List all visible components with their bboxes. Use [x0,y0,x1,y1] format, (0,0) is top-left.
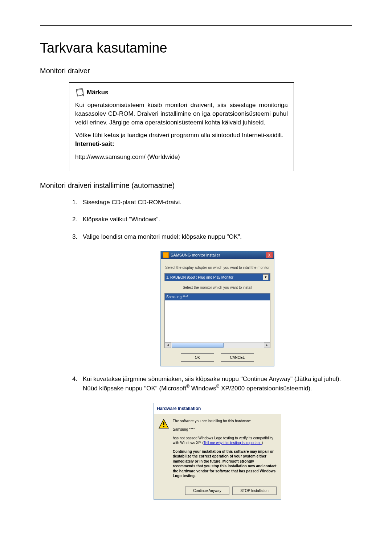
warning-content: The software you are installing for this… [154,414,281,484]
installer-figure: SAMSUNG monitor installer X Select the d… [83,251,352,366]
note-icon [75,88,85,97]
dialog-button-row: OK CANCEL [164,348,270,362]
install-steps: Sisestage CD-plaat CD-ROM-draivi. Klõpsa… [69,198,352,500]
note-heading: Märkus [75,88,288,97]
scroll-thumb[interactable] [172,343,224,348]
cancel-button[interactable]: CANCEL [221,353,254,362]
dialog-body: Select the display adapter on which you … [161,259,274,366]
continue-anyway-button[interactable]: Continue Anyway [185,487,229,495]
monitor-list[interactable]: Samsung **** ◄ ► [164,293,270,348]
warning-text: The software you are installing for this… [173,419,277,482]
monitor-instruction: Select the monitor which you want to ins… [164,285,270,290]
warning-button-row: Continue Anyway STOP Installation [154,484,281,499]
top-rule [40,25,352,26]
stop-installation-button[interactable]: STOP Installation [232,487,277,495]
warn-line-1: The software you are installing for this… [173,419,277,424]
step-4: Kui kuvatakse järgmine sõnumiaken, siis … [79,374,352,500]
step-3-text: Valige loendist oma monitori mudel; klõp… [83,233,242,240]
scroll-track[interactable] [171,342,264,348]
horizontal-scrollbar[interactable]: ◄ ► [165,342,270,348]
section-auto-install: Monitori draiveri installimine (automaat… [40,181,352,190]
note-paragraph-2: Võtke tühi ketas ja laadige draiveri pro… [75,131,288,148]
step-4-part-c: XP/2000 operatsioonisüsteemid). [219,385,312,392]
warn-logo-test: has not passed Windows Logo testing to v… [173,436,277,446]
step-4-text: Kui kuvatakse järgmine sõnumiaken, siis … [83,376,341,392]
adapter-instruction: Select the display adapter on which you … [164,265,270,270]
ok-button[interactable]: OK [181,353,214,362]
dialog-titlebar: SAMSUNG monitor installer X [161,251,274,259]
chevron-down-icon[interactable]: ▼ [263,274,269,280]
document-page: Tarkvara kasutamine Monitori draiver Mär… [0,0,392,554]
registered-mark-1: ® [186,384,189,389]
note-url: http://www.samsung.com/ (Worldwide) [75,153,288,161]
svg-point-2 [163,426,164,427]
scroll-left-arrow[interactable]: ◄ [165,342,171,348]
samsung-installer-dialog: SAMSUNG monitor installer X Select the d… [160,251,274,366]
note-internet-site-label: Interneti-sait: [75,140,114,147]
dialog-title-text: SAMSUNG monitor installer [171,252,220,258]
step-2: Klõpsake valikut "Windows". [79,215,352,224]
adapter-select-value: 1. RADEON 9550 : Plug and Play Monitor [166,275,233,280]
logo-testing-link[interactable]: Tell me why this testing is important. [204,441,262,445]
note-label: Märkus [87,88,109,97]
note-box: Märkus Kui operatsioonisüsteem küsib mon… [69,82,294,171]
note-paragraph-1: Kui operatsioonisüsteem küsib monitori d… [75,101,288,127]
dialog-title: SAMSUNG monitor installer [163,252,220,258]
warn-bold-text: Continuing your installation of this sof… [173,449,277,479]
warning-icon [158,419,169,430]
warning-header: Hardware Installation [154,403,281,414]
note-p2-text: Võtke tühi ketas ja laadige draiveri pro… [75,132,284,139]
close-button[interactable]: X [266,252,273,258]
warn-logo-text-b: ) [262,441,263,445]
step-1: Sisestage CD-plaat CD-ROM-draivi. [79,198,352,207]
page-title: Tarkvara kasutamine [40,40,352,56]
step-4-part-b: Windows [189,385,216,392]
hardware-installation-dialog: Hardware Installation The software you a… [154,403,281,500]
dialog-title-icon [163,252,169,258]
warning-figure: Hardware Installation The software you a… [83,403,352,500]
monitor-list-item[interactable]: Samsung **** [165,294,270,300]
step-3: Valige loendist oma monitori mudel; klõp… [79,232,352,367]
svg-rect-1 [163,422,164,425]
bottom-rule [40,534,352,534]
adapter-select[interactable]: 1. RADEON 9550 : Plug and Play Monitor ▼ [164,273,270,281]
section-monitor-driver: Monitori draiver [40,67,352,75]
scroll-right-arrow[interactable]: ► [264,342,270,348]
warn-device: Samsung **** [173,427,277,432]
